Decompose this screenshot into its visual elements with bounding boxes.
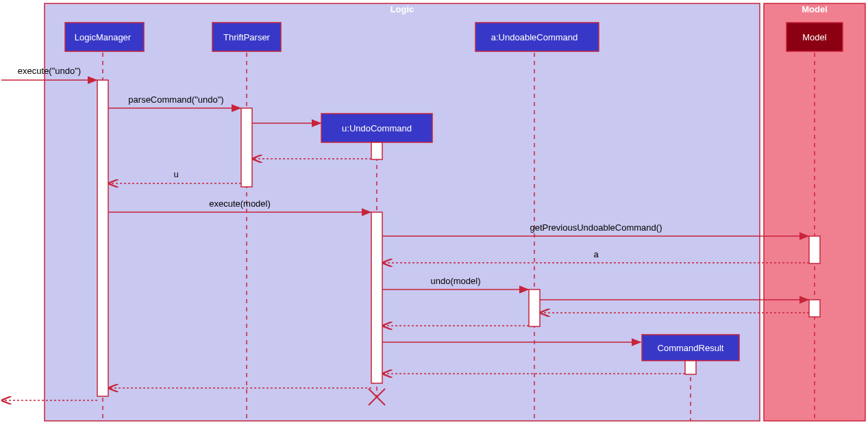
activation-model-2: [809, 300, 820, 317]
activation-commandresult: [685, 361, 696, 374]
activation-undocommand-exec: [371, 212, 382, 383]
activation-model-1: [809, 236, 820, 263]
sequence-diagram: Logic Model LogicManager ThriftParser u:…: [0, 0, 868, 425]
participant-logicmanager-label: LogicManager: [75, 32, 132, 42]
activation-undocommand-create: [371, 142, 382, 159]
activation-undoablecommand: [529, 289, 540, 326]
activation-thriftparser: [241, 108, 252, 187]
frame-model-label: Model: [802, 4, 828, 14]
msg-u-label: u: [173, 169, 178, 179]
participant-thriftparser-label: ThriftParser: [223, 32, 271, 42]
frame-logic-label: Logic: [390, 4, 414, 14]
msg-parsecommand-label: parseCommand("undo"): [128, 94, 223, 105]
msg-execute-undo-label: execute("undo"): [18, 66, 81, 76]
msg-undo-model-label: undo(model): [431, 276, 481, 286]
participant-model-label: Model: [802, 32, 827, 42]
msg-getprev-label: getPreviousUndoableCommand(): [530, 222, 662, 233]
participant-commandresult-label: CommandResult: [658, 343, 724, 353]
activation-logicmanager: [97, 80, 108, 396]
msg-a-label: a: [593, 249, 599, 259]
participant-undocommand-label: u:UndoCommand: [342, 123, 412, 133]
participant-undoablecommand-label: a:UndoableCommand: [491, 32, 578, 42]
msg-execute-model-label: execute(model): [209, 198, 271, 209]
